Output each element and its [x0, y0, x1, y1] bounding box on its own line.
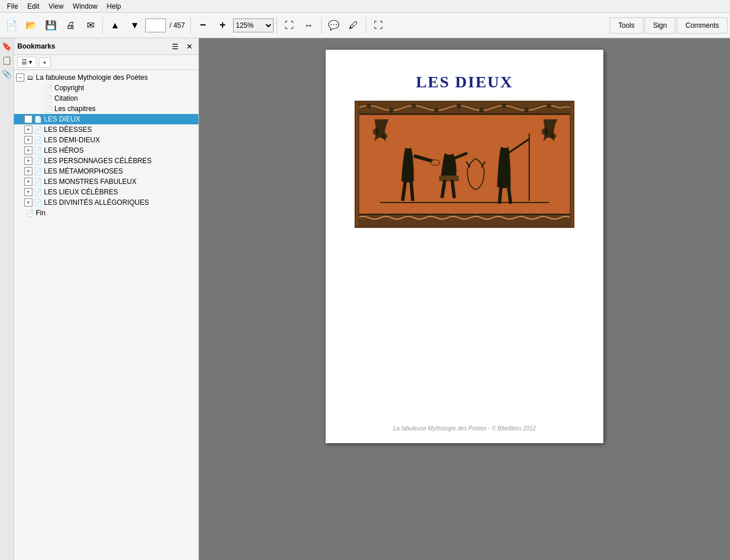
- svg-rect-1: [357, 102, 572, 115]
- attachments-panel-icon[interactable]: 📎: [1, 68, 13, 80]
- page-icon-les-lieux: 📄: [34, 188, 42, 196]
- svg-rect-19: [439, 175, 459, 181]
- open-button[interactable]: 📂: [22, 16, 40, 35]
- menu-file[interactable]: File: [2, 1, 23, 12]
- toolbar-separator-3: [276, 17, 277, 34]
- svg-point-5: [389, 108, 394, 113]
- svg-point-18: [442, 140, 456, 154]
- page-icon-les-demi-dieux: 📄: [34, 136, 42, 144]
- svg-point-25: [497, 134, 512, 148]
- expand-root-button[interactable]: −: [16, 73, 24, 82]
- bookmark-les-divinites-label: LES DIVINITÉS ALLÉGORIQUES: [44, 198, 149, 207]
- svg-point-31: [382, 134, 388, 139]
- expand-les-demi-dieux-button[interactable]: +: [24, 136, 32, 144]
- bookmarks-panel-icon[interactable]: 🔖: [1, 40, 13, 52]
- comments-button[interactable]: Comments: [677, 17, 728, 34]
- expand-les-metamorphoses-button[interactable]: +: [24, 167, 32, 175]
- bookmark-tree: − 🗂 La fabuleuse Mythologie des Poètes 📄…: [14, 72, 198, 218]
- menu-view[interactable]: View: [44, 1, 68, 12]
- expand-les-lieux-button[interactable]: +: [24, 188, 32, 196]
- page-icon-copyright: 📄: [45, 84, 53, 92]
- sidebar-add-button[interactable]: +: [39, 57, 50, 68]
- page-number-input[interactable]: 5: [145, 19, 166, 32]
- tools-button[interactable]: Tools: [610, 17, 643, 34]
- zoom-out-button[interactable]: −: [194, 16, 212, 35]
- fit-page-button[interactable]: ⛶: [280, 16, 298, 35]
- print-button[interactable]: 🖨: [61, 16, 80, 35]
- page-icon-les-monstres: 📄: [34, 178, 42, 186]
- pages-panel-icon[interactable]: 📋: [1, 54, 13, 66]
- sidebar-header: Bookmarks ☰ ✕: [14, 38, 198, 55]
- svg-point-9: [479, 108, 484, 113]
- menu-edit[interactable]: Edit: [23, 1, 44, 12]
- sidebar-menu-button[interactable]: ☰ ▾: [17, 57, 36, 68]
- bookmark-les-lieux-label: LES LIEUX CÉLÈBRES: [44, 188, 118, 196]
- bookmark-fin-label: Fin: [36, 209, 46, 217]
- svg-line-28: [499, 186, 501, 204]
- svg-point-32: [541, 128, 548, 135]
- pdf-footer: La fabuleuse Mythologie des Poètes - © B…: [393, 425, 536, 432]
- page-icon-citation: 📄: [45, 94, 53, 102]
- sidebar-toolbar: ☰ ▾ +: [14, 55, 198, 70]
- pdf-area[interactable]: LES DIEUX: [199, 38, 730, 560]
- bookmark-les-deesses[interactable]: + 📄 LES DÉESSES: [14, 124, 198, 135]
- bookmark-fin[interactable]: 📄 Fin: [14, 208, 198, 218]
- svg-rect-35: [357, 113, 572, 115]
- zoom-in-button[interactable]: +: [213, 16, 232, 35]
- svg-rect-2: [357, 214, 572, 226]
- bookmark-chapitres[interactable]: 📄 Les chapitres: [14, 104, 198, 114]
- save-button[interactable]: 💾: [42, 16, 60, 35]
- bookmark-les-dieux[interactable]: + 📄 LES DIEUX: [14, 114, 198, 124]
- bookmark-les-personnages[interactable]: + 📄 LES PERSONNAGES CÉLÈBRES: [14, 156, 198, 166]
- pdf-page: LES DIEUX: [326, 50, 603, 443]
- menu-window[interactable]: Window: [68, 1, 102, 12]
- sidebar-title: Bookmarks: [17, 42, 55, 50]
- page-icon-les-deesses: 📄: [34, 126, 42, 134]
- bookmark-les-dieux-label: LES DIEUX: [44, 115, 80, 123]
- sign-button[interactable]: Sign: [644, 17, 676, 34]
- svg-point-13: [401, 135, 415, 148]
- menu-help[interactable]: Help: [102, 1, 126, 12]
- bookmark-les-demi-dieux[interactable]: + 📄 LES DEMI-DIEUX: [14, 135, 198, 145]
- page-icon-les-metamorphoses: 📄: [34, 167, 42, 175]
- bookmark-copyright-label: Copyright: [54, 84, 84, 92]
- bookmark-les-demi-dieux-label: LES DEMI-DIEUX: [44, 136, 100, 144]
- comment-button[interactable]: 💬: [325, 16, 343, 35]
- page-icon-fin: 📄: [26, 209, 34, 217]
- prev-page-button[interactable]: ▲: [106, 16, 124, 35]
- next-page-button[interactable]: ▼: [126, 16, 144, 35]
- bookmark-les-heros[interactable]: + 📄 LES HÉROS: [14, 145, 198, 156]
- expand-les-divinites-button[interactable]: +: [24, 198, 32, 207]
- page-icon-les-personnages: 📄: [34, 157, 42, 165]
- expand-les-monstres-button[interactable]: +: [24, 178, 32, 186]
- bookmark-les-divinites[interactable]: + 📄 LES DIVINITÉS ALLÉGORIQUES: [14, 197, 198, 208]
- expand-les-heros-button[interactable]: +: [24, 146, 32, 154]
- svg-point-12: [547, 104, 551, 108]
- sidebar-close-button[interactable]: ✕: [183, 40, 195, 52]
- fit-width-button[interactable]: ↔: [300, 16, 318, 35]
- sidebar: Bookmarks ☰ ✕ ☰ ▾ + − 🗂 La fabuleuse Myt…: [14, 38, 199, 560]
- zoom-select[interactable]: 50% 75% 100% 125% 150% 200%: [233, 19, 274, 32]
- expand-les-personnages-button[interactable]: +: [24, 157, 32, 165]
- svg-point-33: [551, 134, 556, 139]
- sidebar-options-button[interactable]: ☰: [169, 40, 181, 52]
- menu-bar: File Edit View Window Help: [0, 0, 730, 13]
- bookmark-les-lieux[interactable]: + 📄 LES LIEUX CÉLÈBRES: [14, 187, 198, 197]
- left-icon-panel: 🔖 📋 📎: [0, 38, 14, 560]
- fullscreen-button[interactable]: ⛶: [369, 16, 388, 35]
- expand-les-deesses-button[interactable]: +: [24, 126, 32, 134]
- toolbar-separator-5: [366, 17, 366, 34]
- page-icon-les-heros: 📄: [34, 146, 42, 154]
- bookmark-les-monstres[interactable]: + 📄 LES MONSTRES FABULEUX: [14, 176, 198, 187]
- bookmark-root[interactable]: − 🗂 La fabuleuse Mythologie des Poètes: [14, 72, 198, 83]
- expand-les-dieux-button[interactable]: +: [24, 115, 32, 123]
- highlight-button[interactable]: 🖊: [344, 16, 363, 35]
- svg-rect-3: [357, 115, 572, 213]
- bookmark-citation[interactable]: 📄 Citation: [14, 93, 198, 104]
- email-button[interactable]: ✉: [81, 16, 99, 35]
- bookmark-copyright[interactable]: 📄 Copyright: [14, 83, 198, 93]
- new-doc-button[interactable]: 📄: [2, 16, 21, 35]
- page-total-label: / 457: [167, 21, 187, 30]
- bookmark-les-personnages-label: LES PERSONNAGES CÉLÈBRES: [44, 157, 152, 165]
- bookmark-les-metamorphoses[interactable]: + 📄 LES MÉTAMORPHOSES: [14, 166, 198, 176]
